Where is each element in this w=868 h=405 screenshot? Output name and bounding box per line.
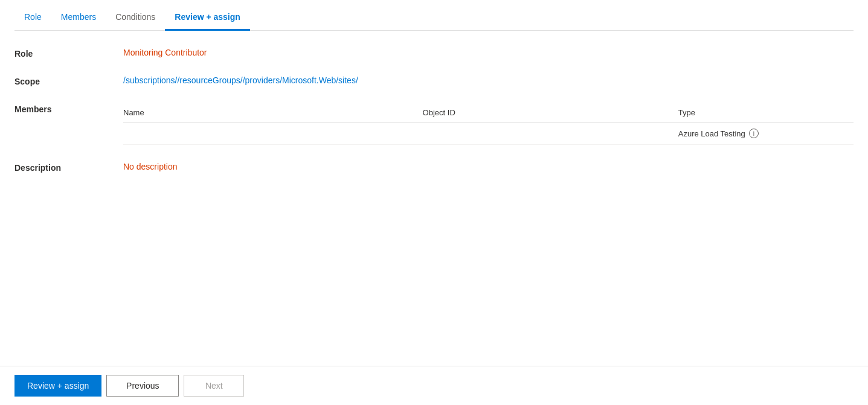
scope-values: /subscriptions/ /resourceGroups/ /provid… — [123, 75, 854, 85]
role-label: Role — [14, 48, 123, 59]
scope-providers[interactable]: /providers/Microsoft.Web/sites/ — [243, 75, 358, 85]
col-header-type: Type — [671, 103, 854, 123]
tab-role[interactable]: Role — [14, 5, 51, 31]
description-label: Description — [14, 162, 123, 173]
tab-bar: Role Members Conditions Review + assign — [14, 0, 854, 31]
table-row: Azure Load Testing i — [123, 123, 854, 145]
tab-conditions[interactable]: Conditions — [106, 5, 165, 31]
description-value: No description — [123, 162, 854, 171]
next-button: Next — [184, 375, 244, 397]
member-name — [123, 123, 416, 145]
members-table: Name Object ID Type Azure Load Testing i — [123, 103, 854, 145]
scope-resourcegroups[interactable]: /resourceGroups/ — [177, 75, 242, 85]
member-type: Azure Load Testing i — [671, 123, 854, 145]
col-header-name: Name — [123, 103, 416, 123]
info-icon[interactable]: i — [749, 129, 759, 138]
scope-section: Scope /subscriptions/ /resourceGroups/ /… — [14, 75, 854, 86]
member-objectid — [416, 123, 671, 145]
previous-button[interactable]: Previous — [106, 375, 179, 397]
review-assign-button[interactable]: Review + assign — [14, 375, 101, 397]
member-type-value: Azure Load Testing — [678, 129, 745, 138]
tab-members[interactable]: Members — [51, 5, 106, 31]
members-table-container: Name Object ID Type Azure Load Testing i — [123, 103, 854, 145]
description-section: Description No description — [14, 162, 854, 173]
col-header-objectid: Object ID — [416, 103, 671, 123]
scope-label: Scope — [14, 75, 123, 86]
footer: Review + assign Previous Next — [0, 366, 868, 405]
role-section: Role Monitoring Contributor — [14, 48, 854, 59]
members-section: Members Name Object ID Type — [14, 103, 854, 145]
role-value: Monitoring Contributor — [123, 48, 854, 57]
scope-subscriptions[interactable]: /subscriptions/ — [123, 75, 177, 85]
members-label: Members — [14, 103, 123, 114]
tab-review-assign[interactable]: Review + assign — [165, 5, 250, 31]
